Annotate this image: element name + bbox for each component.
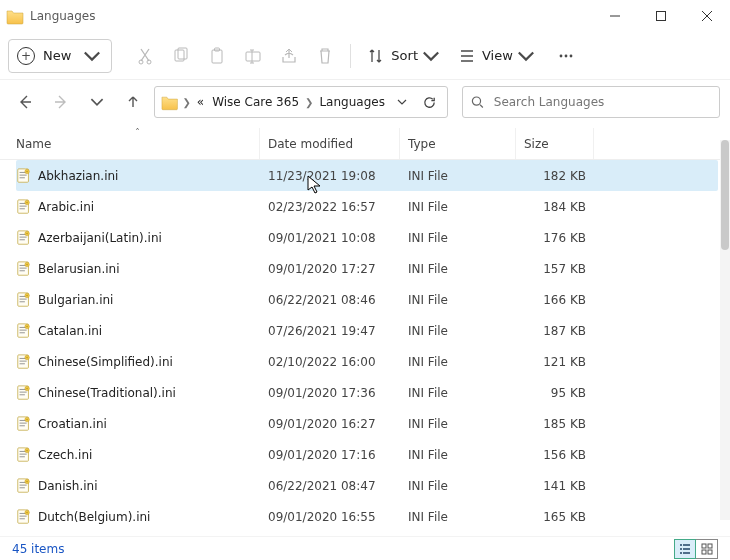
file-size: 187 KB xyxy=(516,315,594,346)
svg-point-12 xyxy=(569,54,572,57)
file-size: 182 KB xyxy=(516,160,594,191)
file-date: 09/01/2021 10:08 xyxy=(260,222,400,253)
refresh-button[interactable] xyxy=(416,88,443,116)
breadcrumb-segment[interactable]: Wise Care 365 xyxy=(208,87,303,117)
file-date: 09/01/2020 16:27 xyxy=(260,408,400,439)
back-button[interactable] xyxy=(10,87,40,117)
sort-button[interactable]: Sort xyxy=(359,38,448,74)
maximize-button[interactable] xyxy=(638,0,684,32)
file-row[interactable]: Croatian.ini09/01/2020 16:27INI File185 … xyxy=(16,408,718,439)
file-type: INI File xyxy=(400,253,516,284)
file-row[interactable]: Czech.ini09/01/2020 17:16INI File156 KB xyxy=(16,439,718,470)
file-row[interactable]: Dutch(Belgium).ini09/01/2020 16:55INI Fi… xyxy=(16,501,718,532)
forward-button[interactable] xyxy=(46,87,76,117)
copy-button[interactable] xyxy=(164,38,198,74)
file-size: 95 KB xyxy=(516,377,594,408)
file-size: 176 KB xyxy=(516,222,594,253)
file-row[interactable]: Abkhazian.ini11/23/2021 19:08INI File182… xyxy=(16,160,718,191)
file-name: Chinese(Simplified).ini xyxy=(38,355,173,369)
svg-rect-2 xyxy=(657,12,666,21)
close-button[interactable] xyxy=(684,0,730,32)
file-type: INI File xyxy=(400,160,516,191)
file-type: INI File xyxy=(400,439,516,470)
file-list: Abkhazian.ini11/23/2021 19:08INI File182… xyxy=(0,160,718,536)
file-row[interactable]: Belarusian.ini09/01/2020 17:27INI File15… xyxy=(16,253,718,284)
search-input[interactable] xyxy=(492,94,711,110)
svg-rect-15 xyxy=(708,544,712,548)
chevron-down-icon xyxy=(517,47,535,65)
share-button[interactable] xyxy=(272,38,306,74)
ellipsis-icon xyxy=(557,47,575,65)
file-date: 09/01/2020 17:16 xyxy=(260,439,400,470)
sort-indicator-icon: ˄ xyxy=(135,127,140,137)
view-button[interactable]: View xyxy=(450,38,543,74)
column-header-date[interactable]: Date modified xyxy=(260,128,400,159)
svg-point-10 xyxy=(559,54,562,57)
file-size: 184 KB xyxy=(516,191,594,222)
file-type: INI File xyxy=(400,346,516,377)
file-row[interactable]: Chinese(Simplified).ini02/10/2022 16:00I… xyxy=(16,346,718,377)
file-row[interactable]: Azerbaijani(Latin).ini09/01/2021 10:08IN… xyxy=(16,222,718,253)
column-header-type[interactable]: Type xyxy=(400,128,516,159)
rename-button[interactable] xyxy=(236,38,270,74)
file-size: 156 KB xyxy=(516,439,594,470)
column-label: Name xyxy=(16,137,51,151)
file-name: Azerbaijani(Latin).ini xyxy=(38,231,162,245)
paste-button[interactable] xyxy=(200,38,234,74)
thumbnails-view-toggle[interactable] xyxy=(696,539,718,559)
column-headers: Name ˄ Date modified Type Size xyxy=(0,128,730,160)
toolbar-divider xyxy=(350,44,351,68)
file-name: Bulgarian.ini xyxy=(38,293,113,307)
column-header-size[interactable]: Size xyxy=(516,128,594,159)
file-row[interactable]: Chinese(Traditional).ini09/01/2020 17:36… xyxy=(16,377,718,408)
file-date: 06/22/2021 08:47 xyxy=(260,470,400,501)
chevron-down-icon xyxy=(83,47,101,65)
file-name: Czech.ini xyxy=(38,448,92,462)
minimize-button[interactable] xyxy=(592,0,638,32)
file-size: 157 KB xyxy=(516,253,594,284)
vertical-scrollbar[interactable] xyxy=(720,140,730,520)
file-name: Arabic.ini xyxy=(38,200,94,214)
file-name: Croatian.ini xyxy=(38,417,107,431)
delete-button[interactable] xyxy=(308,38,342,74)
file-row[interactable]: Arabic.ini02/23/2022 16:57INI File184 KB xyxy=(16,191,718,222)
title-bar: Languages xyxy=(0,0,730,32)
up-button[interactable] xyxy=(118,87,148,117)
file-date: 02/23/2022 16:57 xyxy=(260,191,400,222)
view-label: View xyxy=(482,48,513,63)
ini-file-icon xyxy=(16,416,32,432)
column-header-name[interactable]: Name ˄ xyxy=(16,128,260,159)
file-date: 11/23/2021 19:08 xyxy=(260,160,400,191)
file-date: 07/26/2021 19:47 xyxy=(260,315,400,346)
file-name: Abkhazian.ini xyxy=(38,169,118,183)
breadcrumb-segment[interactable]: Languages xyxy=(315,87,388,117)
column-label: Date modified xyxy=(268,137,353,151)
address-bar[interactable]: ❯ « Wise Care 365 ❯ Languages xyxy=(154,86,448,118)
address-history-button[interactable] xyxy=(389,88,416,116)
svg-rect-17 xyxy=(708,550,712,554)
breadcrumb-overflow[interactable]: « xyxy=(193,87,208,117)
file-type: INI File xyxy=(400,501,516,532)
file-date: 09/01/2020 16:55 xyxy=(260,501,400,532)
cut-button[interactable] xyxy=(128,38,162,74)
svg-point-11 xyxy=(564,54,567,57)
details-view-toggle[interactable] xyxy=(674,539,696,559)
search-box[interactable] xyxy=(462,86,720,118)
file-type: INI File xyxy=(400,222,516,253)
new-button[interactable]: + New xyxy=(8,39,112,73)
recent-locations-button[interactable] xyxy=(82,87,112,117)
ini-file-icon xyxy=(16,354,32,370)
file-size: 185 KB xyxy=(516,408,594,439)
ini-file-icon xyxy=(16,199,32,215)
file-row[interactable]: Danish.ini06/22/2021 08:47INI File141 KB xyxy=(16,470,718,501)
file-date: 06/22/2021 08:46 xyxy=(260,284,400,315)
file-name: Belarusian.ini xyxy=(38,262,119,276)
scrollbar-thumb[interactable] xyxy=(721,140,729,250)
file-type: INI File xyxy=(400,470,516,501)
more-button[interactable] xyxy=(549,38,583,74)
file-row[interactable]: Bulgarian.ini06/22/2021 08:46INI File166… xyxy=(16,284,718,315)
file-row[interactable]: Catalan.ini07/26/2021 19:47INI File187 K… xyxy=(16,315,718,346)
file-type: INI File xyxy=(400,315,516,346)
file-date: 09/01/2020 17:36 xyxy=(260,377,400,408)
chevron-down-icon xyxy=(422,47,440,65)
